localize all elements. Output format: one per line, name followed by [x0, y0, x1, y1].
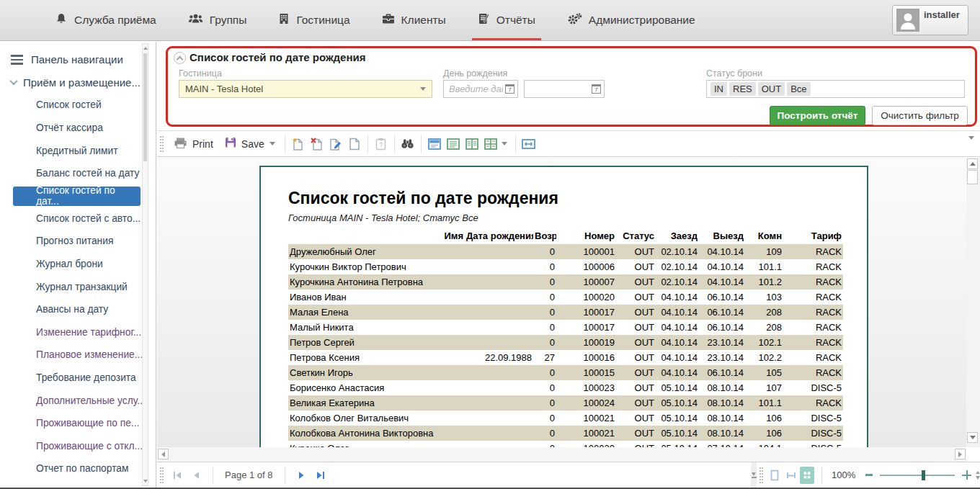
sidebar-item[interactable]: Список гостей — [0, 94, 156, 117]
horizontal-scrollbar[interactable] — [157, 447, 966, 462]
doc-delete-icon[interactable] — [308, 135, 326, 153]
scroll-spinner-icons[interactable] — [976, 471, 980, 480]
nav-hotel[interactable]: Гостиница — [277, 0, 351, 40]
sidebar-item[interactable]: Кредитный лимит — [0, 139, 156, 162]
sidebar-item[interactable]: Прогноз питания — [0, 230, 156, 253]
two-page-view-icon[interactable] — [463, 135, 481, 153]
scroll-down-icon[interactable] — [967, 432, 978, 443]
find-binoculars-icon[interactable] — [398, 135, 417, 153]
one-page-view-icon[interactable] — [767, 467, 782, 484]
scroll-left-icon[interactable] — [158, 449, 169, 459]
nav-reports[interactable]: Отчёты — [476, 0, 537, 40]
sidebar-item[interactable]: Дополнительные услу... — [0, 389, 156, 412]
sidebar-item[interactable]: Баланс гостей на дату — [0, 162, 156, 185]
status-filter-box[interactable]: INRESOUTВсе — [706, 80, 965, 98]
cell-room: 102.2 — [745, 350, 783, 365]
nav-reception[interactable]: Служба приёма — [53, 0, 158, 40]
sidebar-item[interactable]: Журнал транзакций — [0, 275, 156, 298]
sidebar-item[interactable]: Отчёт кассира — [0, 117, 156, 140]
last-page-icon[interactable] — [311, 466, 330, 485]
status-chip[interactable]: RES — [729, 82, 756, 96]
cell-name: Курочкин Виктор Петрович — [288, 259, 465, 274]
cell-checkin: 05.10.14 — [656, 380, 699, 395]
cell-status: OUT — [616, 290, 656, 305]
sidebar-item[interactable]: Список гостей с авто... — [0, 207, 156, 230]
single-page-view-icon[interactable] — [444, 135, 463, 153]
calendar-icon[interactable]: 7 — [592, 84, 601, 94]
toolbar-drag-handle[interactable] — [160, 136, 164, 152]
cell-tariff: RACK — [783, 259, 843, 274]
sidebar-item[interactable]: Изменение тарифног... — [0, 321, 156, 344]
editor-view-icon[interactable] — [425, 135, 444, 153]
sidebar-item[interactable]: Список гостей по дат... — [13, 187, 141, 206]
calendar-icon[interactable]: 7 — [505, 84, 514, 94]
printer-icon — [174, 137, 187, 151]
sidebar-nav-panel-header[interactable]: Панель навигации — [0, 48, 156, 71]
sidebar-item[interactable]: Проживающие с откл... — [0, 435, 156, 458]
fit-width-icon[interactable] — [784, 467, 798, 484]
next-page-icon[interactable] — [293, 466, 311, 485]
vertical-scrollbar[interactable] — [966, 158, 980, 447]
scrollbar-thumb[interactable] — [967, 170, 978, 184]
cell-checkin: 05.10.14 — [656, 441, 699, 447]
cell-birthdate — [465, 441, 533, 447]
status-chip[interactable]: IN — [710, 82, 727, 96]
zoom-in-icon[interactable] — [962, 470, 970, 480]
sidebar-item[interactable]: Отчет по паспортам — [0, 457, 156, 480]
chevron-down-icon[interactable] — [502, 142, 507, 145]
cell-checkout: 08.10.14 — [699, 395, 745, 411]
scrollbar-thumb[interactable] — [143, 53, 147, 161]
sidebar-item[interactable]: Проживающие по пе... — [0, 412, 156, 435]
zoom-drag-handle[interactable] — [760, 467, 763, 483]
scroll-up-icon[interactable] — [143, 45, 148, 52]
pager-drag-handle[interactable] — [160, 467, 164, 483]
sidebar-item[interactable]: Авансы на дату — [0, 298, 156, 321]
print-button[interactable]: Print — [168, 134, 219, 154]
user-menu-button[interactable]: installer — [892, 5, 968, 35]
status-chip[interactable]: Все — [787, 82, 810, 96]
multi-page-grid-icon[interactable] — [800, 467, 814, 484]
cell-age: 0 — [533, 305, 556, 320]
sidebar-item[interactable]: Плановое изменение... — [0, 344, 156, 367]
collapse-pager-icon[interactable] — [751, 472, 757, 478]
status-chip[interactable]: OUT — [758, 82, 785, 96]
hotel-select[interactable]: MAIN - Tesla Hotel — [179, 80, 432, 98]
print-label: Print — [192, 138, 213, 150]
multi-page-view-icon[interactable] — [481, 135, 500, 153]
table-row: Петров Сергей 0 100019 OUT 04.10.14 23.1… — [288, 335, 843, 350]
doc-edit-icon[interactable] — [326, 135, 345, 153]
zoom-slider-thumb[interactable] — [922, 470, 925, 480]
save-button[interactable]: Save — [219, 134, 281, 153]
nav-administration[interactable]: Администрирование — [566, 0, 697, 40]
nav-clients[interactable]: Клиенты — [380, 0, 447, 40]
nav-groups[interactable]: Группы — [187, 0, 249, 40]
doc-new-icon[interactable] — [289, 135, 308, 153]
toolbar-overflow-icon[interactable] — [968, 140, 974, 153]
page-width-icon[interactable] — [520, 135, 538, 153]
nav-label: Отчёты — [496, 14, 535, 27]
collapse-panel-icon[interactable] — [174, 52, 186, 64]
build-report-button[interactable]: Построить отчёт — [770, 106, 865, 125]
cell-room: 102.1 — [745, 335, 783, 350]
zoom-slider[interactable] — [880, 470, 955, 480]
sidebar-group-reception[interactable]: Приём и размещение... — [0, 71, 156, 94]
cell-status: OUT — [616, 380, 656, 395]
birthday-from-input[interactable] — [449, 84, 503, 94]
birthday-to-input[interactable] — [530, 84, 589, 94]
prev-page-icon[interactable] — [187, 466, 205, 485]
sidebar-item[interactable]: Требование депозита — [0, 367, 156, 390]
scroll-up-icon[interactable] — [967, 158, 978, 169]
zoom-out-icon[interactable] — [865, 474, 873, 476]
cell-number: 100001 — [556, 244, 616, 259]
cell-room: 208 — [745, 305, 783, 320]
sidebar-item[interactable]: Журнал брони — [0, 253, 156, 276]
sidebar-scrollbar[interactable] — [142, 43, 148, 486]
panel-splitter[interactable] — [751, 462, 757, 488]
first-page-icon[interactable] — [168, 466, 187, 485]
page-setup-icon[interactable] — [345, 135, 364, 153]
clear-filter-button[interactable]: Очистить фильтр — [872, 106, 968, 125]
cell-birthdate — [465, 380, 533, 395]
scroll-right-icon[interactable] — [955, 449, 966, 459]
clipboard-paste-icon[interactable]: ? — [372, 135, 391, 153]
scroll-down-icon[interactable] — [143, 477, 148, 485]
